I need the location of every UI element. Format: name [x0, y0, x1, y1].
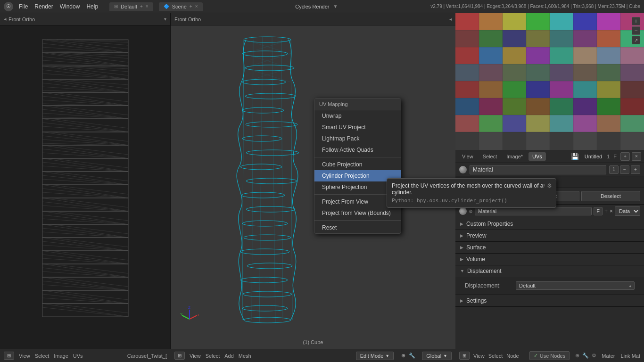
status-left-view[interactable]: ⊞ [4, 352, 14, 360]
status-left-image[interactable]: Image [54, 353, 68, 359]
workspace-close[interactable]: + [140, 4, 143, 9]
edit-mode-label: Edit Mode [360, 353, 384, 359]
rptab-image[interactable]: Image* [503, 152, 527, 161]
custom-properties-header[interactable]: ▶ Custom Properties [455, 218, 644, 230]
status-left-select[interactable]: Select [35, 353, 50, 359]
svg-line-65 [42, 172, 128, 185]
status-right-view[interactable]: View [473, 353, 485, 359]
left-panel-options[interactable]: ▾ [164, 16, 166, 22]
svg-rect-205 [620, 98, 644, 115]
svg-line-18 [42, 66, 128, 79]
rptab-select[interactable]: Select [479, 152, 501, 161]
carousel-twist-label: Carousel_Twist_[ [127, 353, 167, 359]
svg-line-10 [42, 53, 128, 66]
workspace-tab-default[interactable]: ⊞ Default + × [109, 2, 153, 11]
status-center-add[interactable]: Add [224, 353, 234, 359]
material-slot-expand[interactable]: ⚙ [469, 209, 473, 214]
menu-item-project-from-view-bounds[interactable]: Project from View (Bounds) [314, 207, 401, 219]
material-data-select[interactable]: Data [615, 206, 640, 216]
rptab-view[interactable]: View [458, 152, 477, 161]
menu-window[interactable]: Window [60, 3, 80, 10]
status-right-node[interactable]: Node [506, 353, 519, 359]
rptab-uvs[interactable]: UVs [528, 152, 546, 161]
node-icon3[interactable]: ⚙ [592, 353, 596, 358]
displacement-header[interactable]: ▼ Displacement [455, 265, 644, 277]
panel-save-icon[interactable]: 💾 [571, 153, 579, 160]
menu-item-lightmap-pack[interactable]: Lightmap Pack [314, 133, 401, 144]
workspace-add[interactable]: × [146, 4, 149, 9]
svg-rect-209 [526, 115, 550, 132]
deselect-button[interactable]: Deselect [581, 191, 640, 201]
displacement-row: Displacement: Default ◂ [460, 280, 639, 292]
menu-item-unwrap[interactable]: Unwrap [314, 110, 401, 122]
transform-icon[interactable]: ⊕ [401, 353, 405, 358]
menu-help[interactable]: Help [86, 3, 98, 10]
tooltip-panel: Project the UV vertices of the mesh over… [387, 178, 556, 208]
svg-rect-216 [503, 132, 526, 150]
material-plus-button[interactable]: + [631, 165, 640, 174]
material-slot-add[interactable]: + [604, 208, 608, 214]
svg-line-30 [42, 90, 117, 92]
status-center-view[interactable]: View [190, 353, 201, 359]
link-mat-label[interactable]: Link Mat [620, 353, 640, 359]
svg-rect-176 [503, 47, 526, 64]
material-link-count[interactable]: 1 [609, 165, 619, 174]
status-left-view-label[interactable]: View [19, 353, 30, 359]
material-minus-button[interactable]: − [620, 165, 629, 174]
svg-rect-175 [479, 47, 503, 64]
left-panel-expand[interactable]: ◂ [4, 16, 7, 22]
menu-item-follow-active-quads[interactable]: Follow Active Quads [314, 144, 401, 156]
edit-mode-select[interactable]: Edit Mode ▼ [356, 352, 394, 360]
svg-line-86 [52, 224, 128, 234]
workspace-tab-scene[interactable]: 🔷 Scene + × [159, 2, 203, 11]
viewport-expand[interactable]: ◂ [449, 16, 452, 22]
svg-rect-191 [479, 81, 503, 98]
surface-header[interactable]: ▶ Surface [455, 242, 644, 253]
volume-header[interactable]: ▶ Volume [455, 254, 644, 265]
status-center-select[interactable]: Select [206, 353, 220, 359]
svg-rect-163 [573, 13, 597, 30]
node-icon2[interactable]: 🔧 [582, 353, 589, 358]
custom-props-arrow: ▶ [460, 222, 463, 226]
prop-surface: ▶ Surface [455, 242, 644, 254]
menu-item-smart-uv-project[interactable]: Smart UV Project [314, 122, 401, 133]
settings-arrow: ▶ [460, 298, 463, 303]
status-left-uvs[interactable]: UVs [73, 353, 83, 359]
use-nodes-toggle[interactable]: ✓ Use Nodes [529, 351, 570, 360]
displacement-label: Displacement [467, 268, 502, 274]
zoom-in-button[interactable]: + [632, 17, 640, 25]
material-slot-name-input[interactable] [475, 207, 592, 215]
svg-line-151 [190, 315, 197, 319]
status-center-mesh[interactable]: Mesh [239, 353, 251, 359]
status-center-mode-icon[interactable]: ⊞ [174, 352, 185, 360]
context-menu: UV Mapping Unwrap Smart UV Project Light… [314, 98, 401, 234]
svg-rect-177 [526, 47, 550, 64]
displacement-value-field[interactable]: Default ◂ [516, 281, 635, 290]
menu-render[interactable]: Render [34, 3, 53, 10]
panel-close-button[interactable]: × [632, 152, 641, 161]
engine-dropdown[interactable]: ▼ [333, 4, 338, 9]
axis-indicator: X Y Z [180, 305, 199, 325]
menu-file[interactable]: File [19, 3, 28, 10]
zoom-fit-button[interactable]: ↗ [632, 36, 640, 44]
svg-line-1 [42, 40, 128, 53]
status-right-select[interactable]: Select [488, 353, 503, 359]
settings-header[interactable]: ▶ Settings [455, 295, 644, 306]
node-icon1[interactable]: ⊕ [575, 353, 579, 358]
svg-line-32 [42, 92, 128, 106]
zoom-out-button[interactable]: − [632, 26, 640, 35]
material-slot-remove[interactable]: × [610, 208, 613, 214]
svg-line-55 [42, 145, 128, 158]
preview-header[interactable]: ▶ Preview [455, 230, 644, 241]
menu-item-cube-projection[interactable]: Cube Projection [314, 159, 401, 170]
svg-rect-204 [597, 98, 620, 115]
material-name-input[interactable] [470, 165, 606, 174]
svg-rect-167 [479, 30, 503, 47]
global-select[interactable]: Global ▼ [422, 352, 452, 360]
menu-sep-3 [314, 220, 401, 221]
status-right-icon[interactable]: ⊞ [459, 352, 470, 360]
panel-f: F [613, 154, 617, 159]
menu-item-reset[interactable]: Reset [314, 222, 401, 233]
snap-icon[interactable]: 🔧 [409, 353, 415, 358]
panel-add-button[interactable]: + [620, 152, 630, 161]
